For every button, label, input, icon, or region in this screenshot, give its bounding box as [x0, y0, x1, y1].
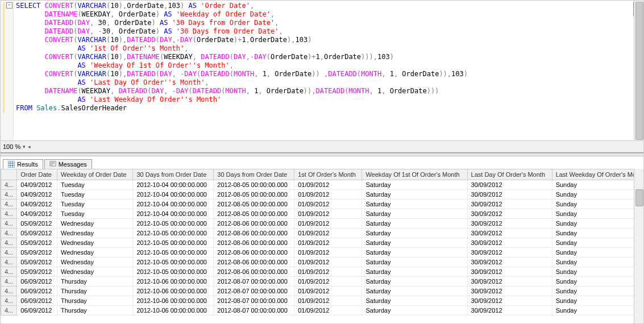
cell[interactable]: Wednesday — [57, 219, 133, 229]
tab-messages[interactable]: Messages — [44, 159, 92, 169]
cell[interactable]: 01/09/2012 — [294, 209, 362, 219]
cell[interactable]: 01/09/2012 — [294, 229, 362, 238]
row-header[interactable]: 4... — [1, 248, 17, 257]
cell[interactable]: 2012-10-05 00:00:00.000 — [133, 257, 214, 267]
cell[interactable]: 01/09/2012 — [294, 296, 362, 306]
cell[interactable]: Sunday — [552, 306, 643, 315]
cell[interactable]: 2012-10-04 00:00:00.000 — [133, 180, 214, 190]
zoom-level[interactable]: 100 % — [3, 143, 20, 150]
cell[interactable]: 30/09/2012 — [467, 229, 552, 238]
cell[interactable]: Sunday — [552, 248, 643, 257]
cell[interactable]: 2012-08-06 00:00:00.000 — [214, 238, 294, 248]
editor-scrollbar[interactable] — [634, 1, 643, 140]
cell[interactable]: Wednesday — [57, 238, 133, 248]
cell[interactable]: 01/09/2012 — [294, 190, 362, 200]
cell[interactable]: 2012-10-06 00:00:00.000 — [133, 296, 214, 306]
cell[interactable]: Saturday — [362, 238, 467, 248]
cell[interactable]: 30/09/2012 — [467, 277, 552, 286]
cell[interactable]: 01/09/2012 — [294, 306, 362, 315]
cell[interactable]: Wednesday — [57, 257, 133, 267]
cell[interactable]: Saturday — [362, 180, 467, 190]
column-header[interactable]: Weekday Of 1st Of Order's Month — [362, 169, 467, 180]
column-header[interactable]: 1st Of Order's Month — [294, 169, 362, 180]
editor-body[interactable]: − SELECT CONVERT(VARCHAR(10),OrderDate,1… — [1, 1, 643, 140]
cell[interactable]: 05/09/2012 — [17, 267, 57, 277]
cell[interactable]: 2012-10-04 00:00:00.000 — [133, 209, 214, 219]
cell[interactable]: Wednesday — [57, 229, 133, 238]
cell[interactable]: 30/09/2012 — [467, 296, 552, 306]
cell[interactable]: 30/09/2012 — [467, 248, 552, 257]
cell[interactable]: 01/09/2012 — [294, 180, 362, 190]
table-row[interactable]: 4...04/09/2012Tuesday2012-10-04 00:00:00… — [1, 209, 643, 219]
cell[interactable]: Thursday — [57, 286, 133, 296]
column-header[interactable]: Last Day Of Order's Month — [467, 169, 552, 180]
row-header[interactable]: 4... — [1, 286, 17, 296]
column-header[interactable]: Weekday of Order Date — [57, 169, 133, 180]
table-row[interactable]: 4...04/09/2012Tuesday2012-10-04 00:00:00… — [1, 180, 643, 190]
sql-code[interactable]: SELECT CONVERT(VARCHAR(10),OrderDate,103… — [14, 1, 643, 140]
cell[interactable]: 30/09/2012 — [467, 257, 552, 267]
row-header[interactable]: 4... — [1, 296, 17, 306]
cell[interactable]: 2012-08-05 00:00:00.000 — [214, 190, 294, 200]
table-row[interactable]: 4...05/09/2012Wednesday2012-10-05 00:00:… — [1, 229, 643, 238]
cell[interactable]: 05/09/2012 — [17, 229, 57, 238]
cell[interactable]: 2012-10-04 00:00:00.000 — [133, 200, 214, 209]
results-grid[interactable]: Order DateWeekday of Order Date30 Days f… — [1, 169, 643, 315]
cell[interactable]: 05/09/2012 — [17, 257, 57, 267]
cell[interactable]: Saturday — [362, 286, 467, 296]
collapse-region-icon[interactable]: − — [6, 2, 13, 9]
table-row[interactable]: 4...05/09/2012Wednesday2012-10-05 00:00:… — [1, 238, 643, 248]
cell[interactable]: Sunday — [552, 267, 643, 277]
cell[interactable]: Saturday — [362, 229, 467, 238]
cell[interactable]: 04/09/2012 — [17, 190, 57, 200]
cell[interactable]: 2012-10-05 00:00:00.000 — [133, 267, 214, 277]
cell[interactable]: Tuesday — [57, 209, 133, 219]
cell[interactable]: 04/09/2012 — [17, 209, 57, 219]
table-row[interactable]: 4...06/09/2012Thursday2012-10-06 00:00:0… — [1, 296, 643, 306]
row-header[interactable]: 4... — [1, 257, 17, 267]
cell[interactable]: Wednesday — [57, 267, 133, 277]
row-header[interactable]: 4... — [1, 267, 17, 277]
cell[interactable]: Saturday — [362, 306, 467, 315]
cell[interactable]: 30/09/2012 — [467, 200, 552, 209]
cell[interactable]: 2012-08-07 00:00:00.000 — [214, 306, 294, 315]
cell[interactable]: Saturday — [362, 248, 467, 257]
cell[interactable]: 2012-08-07 00:00:00.000 — [214, 296, 294, 306]
row-header[interactable]: 4... — [1, 306, 17, 315]
cell[interactable]: Saturday — [362, 267, 467, 277]
cell[interactable]: 30/09/2012 — [467, 238, 552, 248]
cell[interactable]: Thursday — [57, 306, 133, 315]
cell[interactable]: 05/09/2012 — [17, 219, 57, 229]
cell[interactable]: 06/09/2012 — [17, 277, 57, 286]
row-header[interactable]: 4... — [1, 180, 17, 190]
cell[interactable]: Sunday — [552, 229, 643, 238]
table-row[interactable]: 4...06/09/2012Thursday2012-10-06 00:00:0… — [1, 306, 643, 315]
column-header[interactable]: 30 Days from Order Date — [214, 169, 294, 180]
cell[interactable]: 01/09/2012 — [294, 248, 362, 257]
cell[interactable]: 06/09/2012 — [17, 306, 57, 315]
cell[interactable]: Sunday — [552, 257, 643, 267]
cell[interactable]: 2012-10-05 00:00:00.000 — [133, 219, 214, 229]
table-row[interactable]: 4...05/09/2012Wednesday2012-10-05 00:00:… — [1, 248, 643, 257]
cell[interactable]: Sunday — [552, 200, 643, 209]
table-row[interactable]: 4...05/09/2012Wednesday2012-10-05 00:00:… — [1, 219, 643, 229]
cell[interactable]: 01/09/2012 — [294, 267, 362, 277]
zoom-dropdown-icon[interactable]: ▾ — [23, 144, 26, 149]
cell[interactable]: 04/09/2012 — [17, 200, 57, 209]
cell[interactable]: 30/09/2012 — [467, 267, 552, 277]
cell[interactable]: 2012-10-06 00:00:00.000 — [133, 277, 214, 286]
cell[interactable]: 30/09/2012 — [467, 209, 552, 219]
cell[interactable]: Thursday — [57, 277, 133, 286]
tab-results[interactable]: Results — [3, 159, 43, 169]
row-header[interactable]: 4... — [1, 200, 17, 209]
cell[interactable]: 2012-10-05 00:00:00.000 — [133, 229, 214, 238]
cell[interactable]: 2012-10-04 00:00:00.000 — [133, 190, 214, 200]
table-row[interactable]: 4...05/09/2012Wednesday2012-10-05 00:00:… — [1, 257, 643, 267]
cell[interactable]: Saturday — [362, 190, 467, 200]
cell[interactable]: Sunday — [552, 238, 643, 248]
cell[interactable]: Tuesday — [57, 180, 133, 190]
cell[interactable]: 01/09/2012 — [294, 257, 362, 267]
cell[interactable]: Saturday — [362, 200, 467, 209]
cell[interactable]: 2012-08-06 00:00:00.000 — [214, 257, 294, 267]
cell[interactable]: 2012-10-05 00:00:00.000 — [133, 238, 214, 248]
